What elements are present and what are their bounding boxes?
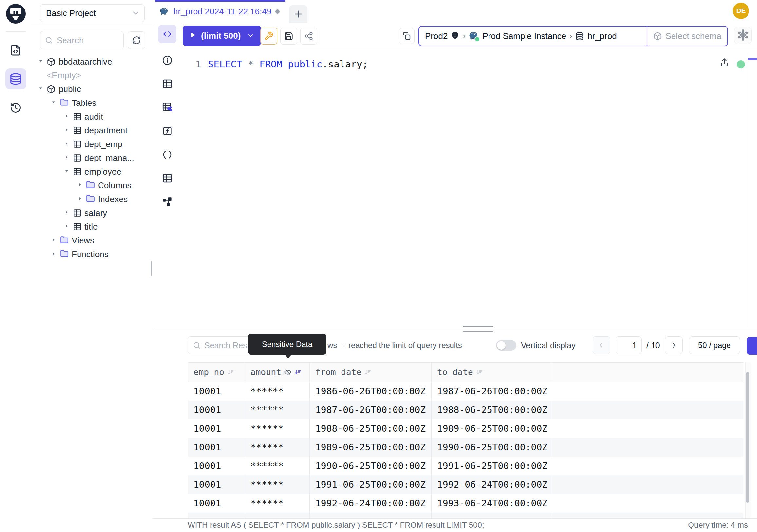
cell-emp-no[interactable]: 10001	[188, 382, 245, 401]
table-row[interactable]: 10001******1986-06-26T00:00:00Z1987-06-2…	[188, 382, 743, 401]
cell-from-date[interactable]: 1987-06-26T00:00:00Z	[309, 401, 431, 419]
caret-down-icon[interactable]	[37, 58, 44, 66]
functions-panel-button[interactable]	[161, 124, 174, 138]
info-button[interactable]	[161, 54, 174, 67]
caret-right-icon[interactable]	[64, 126, 70, 134]
schema-diagram-button[interactable]	[161, 195, 174, 208]
column-header-emp-no[interactable]: emp_no	[188, 363, 245, 382]
database-nav-button[interactable]	[5, 69, 26, 89]
sort-icon[interactable]	[476, 368, 483, 376]
vertical-display-toggle[interactable]	[496, 340, 516, 351]
table-row[interactable]: 10001******1989-06-25T00:00:00Z1990-06-2…	[188, 438, 743, 457]
external-tables-panel-button[interactable]	[161, 172, 174, 185]
cell-to-date[interactable]: 1991-06-25T00:00:00Z	[431, 457, 552, 475]
page-number-input[interactable]	[616, 336, 642, 354]
caret-right-icon[interactable]	[50, 250, 57, 258]
cell-to-date[interactable]: 1987-06-26T00:00:00Z	[431, 382, 552, 401]
caret-right-icon[interactable]	[64, 140, 70, 148]
cell-to-date[interactable]: 1993-06-24T00:00:00Z	[431, 494, 552, 513]
export-button[interactable]	[746, 337, 757, 355]
cell-from-date[interactable]: 1993-06-24T00:00:00Z	[309, 513, 431, 518]
tree-item-tables[interactable]: Tables	[31, 96, 153, 110]
tree-item-views[interactable]: Views	[31, 234, 153, 247]
tab-hr-prod[interactable]: hr_prod 2024-11-22 16:49	[155, 0, 285, 23]
cell-from-date[interactable]: 1992-06-24T00:00:00Z	[309, 494, 431, 513]
worksheet-nav-button[interactable]	[5, 40, 26, 61]
sql-code-line[interactable]: SELECT * FROM public.salary;	[208, 59, 368, 70]
cell-to-date[interactable]: 1992-06-24T00:00:00Z	[431, 475, 552, 494]
tree-item-columns[interactable]: Columns	[31, 178, 153, 192]
cell-emp-no[interactable]: 10001	[188, 401, 245, 419]
tables-panel-button[interactable]	[161, 77, 174, 90]
run-query-button[interactable]: (limit 500)	[183, 25, 261, 46]
caret-down-icon[interactable]	[64, 168, 70, 175]
cell-emp-no[interactable]: 10001	[188, 494, 245, 513]
cell-amount[interactable]: ******	[245, 475, 309, 494]
share-button[interactable]	[300, 27, 317, 45]
table-row[interactable]: 10001******1993-06-24T00:00:00Z1994-06-2…	[188, 513, 743, 518]
table-row[interactable]: 10001******1987-06-26T00:00:00Z1988-06-2…	[188, 401, 743, 419]
cell-emp-no[interactable]: 10001	[188, 419, 245, 438]
avatar[interactable]: DE	[733, 3, 749, 19]
save-button[interactable]	[280, 27, 297, 45]
column-header-to-date[interactable]: to_date	[431, 363, 552, 382]
tree-item-dept-emp[interactable]: dept_emp	[31, 137, 153, 151]
caret-right-icon[interactable]	[64, 209, 70, 217]
cell-from-date[interactable]: 1991-06-25T00:00:00Z	[309, 475, 431, 494]
cell-from-date[interactable]: 1986-06-26T00:00:00Z	[309, 382, 431, 401]
tree-item-title[interactable]: title	[31, 220, 153, 234]
column-header-amount[interactable]: amount	[245, 363, 309, 382]
cell-amount[interactable]: ******	[245, 457, 309, 475]
previous-page-button[interactable]	[592, 336, 610, 354]
chevron-down-icon[interactable]	[247, 32, 255, 40]
cell-emp-no[interactable]: 10001	[188, 457, 245, 475]
batch-query-button[interactable]	[399, 28, 414, 44]
cell-from-date[interactable]: 1990-06-25T00:00:00Z	[309, 457, 431, 475]
sort-icon[interactable]	[364, 368, 371, 376]
cell-to-date[interactable]: 1994-06-24T00:00:00Z	[431, 513, 552, 518]
refresh-button[interactable]	[128, 31, 145, 49]
sensitive-data-panel-button[interactable]	[161, 101, 174, 114]
caret-right-icon[interactable]	[64, 113, 70, 121]
cell-amount[interactable]: ******	[245, 401, 309, 419]
table-row[interactable]: 10001******1991-06-25T00:00:00Z1992-06-2…	[188, 475, 743, 494]
tree-item-bbdataarchive[interactable]: bbdataarchive	[31, 55, 153, 69]
tree-item-empty[interactable]: <Empty>	[31, 69, 153, 82]
cell-amount[interactable]: ******	[245, 382, 309, 401]
sort-icon[interactable]	[227, 368, 234, 376]
code-view-button[interactable]	[158, 25, 176, 43]
upload-sheet-button[interactable]	[719, 57, 729, 67]
table-row[interactable]: 10001******1988-06-25T00:00:00Z1989-06-2…	[188, 419, 743, 438]
tree-item-salary[interactable]: salary	[31, 206, 153, 220]
cell-emp-no[interactable]: 10001	[188, 513, 245, 518]
format-sql-button[interactable]	[260, 27, 277, 45]
project-selector[interactable]: Basic Project	[40, 4, 145, 22]
sort-icon[interactable]	[294, 368, 302, 376]
caret-down-icon[interactable]	[50, 99, 57, 107]
new-tab-button[interactable]	[289, 5, 308, 23]
tree-item-indexes[interactable]: Indexes	[31, 192, 153, 206]
cell-amount[interactable]: ******	[245, 513, 309, 518]
cell-emp-no[interactable]: 10001	[188, 475, 245, 494]
cell-amount[interactable]: ******	[245, 494, 309, 513]
cell-emp-no[interactable]: 10001	[188, 438, 245, 457]
caret-right-icon[interactable]	[64, 154, 70, 162]
sidebar-search-input[interactable]: Search	[40, 31, 124, 49]
schema-selector[interactable]: Select schema	[647, 26, 727, 46]
column-header-from-date[interactable]: from_date	[309, 363, 431, 382]
procedures-panel-button[interactable]	[161, 148, 174, 161]
table-row[interactable]: 10001******1990-06-25T00:00:00Z1991-06-2…	[188, 457, 743, 475]
panel-drag-handle[interactable]	[463, 326, 494, 332]
tree-item-department[interactable]: department	[31, 123, 153, 137]
cell-amount[interactable]: ******	[245, 438, 309, 457]
cell-to-date[interactable]: 1990-06-25T00:00:00Z	[431, 438, 552, 457]
history-nav-button[interactable]	[5, 97, 26, 118]
cell-to-date[interactable]: 1989-06-25T00:00:00Z	[431, 419, 552, 438]
tree-item-functions[interactable]: Functions	[31, 247, 153, 261]
caret-right-icon[interactable]	[76, 195, 83, 203]
eye-off-icon[interactable]	[284, 368, 292, 376]
ai-assistant-button[interactable]	[734, 26, 752, 44]
connection-breadcrumb[interactable]: Prod2 › Prod Sample Instance › hr_prod	[418, 26, 728, 46]
caret-down-icon[interactable]	[37, 85, 44, 93]
caret-right-icon[interactable]	[64, 223, 70, 231]
